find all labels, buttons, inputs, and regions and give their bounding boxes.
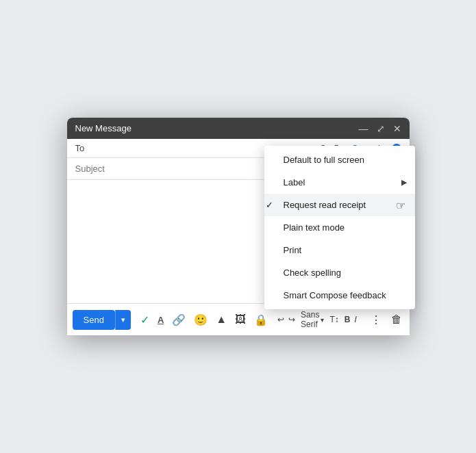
menu-item-smart-compose-feedback[interactable]: Smart Compose feedback bbox=[264, 284, 415, 307]
menu-label-request-read-receipt: Request read receipt bbox=[284, 200, 366, 210]
photo-icon[interactable]: 🖼 bbox=[232, 310, 249, 329]
menu-label-default-fullscreen: Default to full screen bbox=[284, 155, 365, 165]
cursor-icon: ☞ bbox=[396, 198, 405, 211]
menu-item-check-spelling[interactable]: Check spelling bbox=[264, 261, 415, 284]
toolbar-end: ⋮ 🗑 bbox=[366, 310, 406, 329]
menu-item-default-fullscreen[interactable]: Default to full screen bbox=[264, 148, 415, 171]
text-format-a-icon[interactable]: A bbox=[155, 310, 166, 329]
lock-icon[interactable]: 🔒 bbox=[251, 310, 271, 329]
font-name-label: Sans Serif bbox=[301, 310, 319, 329]
bold-icon[interactable]: B bbox=[345, 315, 351, 324]
menu-label-label: Label bbox=[284, 177, 305, 187]
context-menu: Default to full screen Label ▶ ✓ Request… bbox=[264, 146, 415, 309]
check-mark-icon: ✓ bbox=[264, 200, 275, 210]
redo-icon[interactable]: ↪ bbox=[288, 315, 295, 324]
minimize-button[interactable]: — bbox=[359, 124, 368, 133]
link-icon[interactable]: 🔗 bbox=[169, 310, 188, 329]
submenu-arrow-icon: ▶ bbox=[401, 178, 407, 187]
send-dropdown-button[interactable]: ▾ bbox=[115, 310, 131, 330]
delete-icon[interactable]: 🗑 bbox=[387, 310, 406, 329]
menu-label-smart-compose-feedback: Smart Compose feedback bbox=[284, 290, 386, 300]
compose-window: New Message — ⤢ ✕ To Cc Bcc Campaign i S… bbox=[67, 118, 410, 335]
font-dropdown-icon[interactable]: ▾ bbox=[321, 316, 324, 324]
menu-item-print[interactable]: Print bbox=[264, 239, 415, 261]
close-button[interactable]: ✕ bbox=[393, 124, 401, 133]
send-group: Send ▾ bbox=[73, 310, 131, 330]
menu-item-label[interactable]: Label ▶ bbox=[264, 171, 415, 194]
menu-label-check-spelling: Check spelling bbox=[284, 268, 342, 278]
menu-label-plain-text-mode: Plain text mode bbox=[284, 222, 345, 233]
menu-item-request-read-receipt[interactable]: ✓ Request read receipt ☞ bbox=[264, 194, 415, 216]
check-icon[interactable]: ✓ bbox=[138, 311, 152, 329]
menu-label-print: Print bbox=[284, 245, 302, 255]
title-bar: New Message — ⤢ ✕ bbox=[67, 118, 410, 139]
italic-icon[interactable]: I bbox=[354, 315, 356, 324]
drive-icon[interactable]: ▲ bbox=[213, 310, 229, 329]
menu-item-plain-text-mode[interactable]: Plain text mode bbox=[264, 216, 415, 239]
send-button[interactable]: Send bbox=[73, 310, 115, 330]
window-controls: — ⤢ ✕ bbox=[359, 124, 401, 133]
to-label: To bbox=[75, 143, 92, 153]
more-options-icon[interactable]: ⋮ bbox=[366, 310, 386, 329]
emoji-icon[interactable]: 🙂 bbox=[191, 310, 210, 329]
font-select[interactable]: ↩ ↪ Sans Serif ▾ T↕ B I bbox=[273, 308, 361, 331]
maximize-button[interactable]: ⤢ bbox=[377, 124, 385, 133]
font-size-icon[interactable]: T↕ bbox=[329, 315, 338, 324]
undo-icon[interactable]: ↩ bbox=[277, 315, 284, 324]
window-title: New Message bbox=[75, 123, 131, 133]
